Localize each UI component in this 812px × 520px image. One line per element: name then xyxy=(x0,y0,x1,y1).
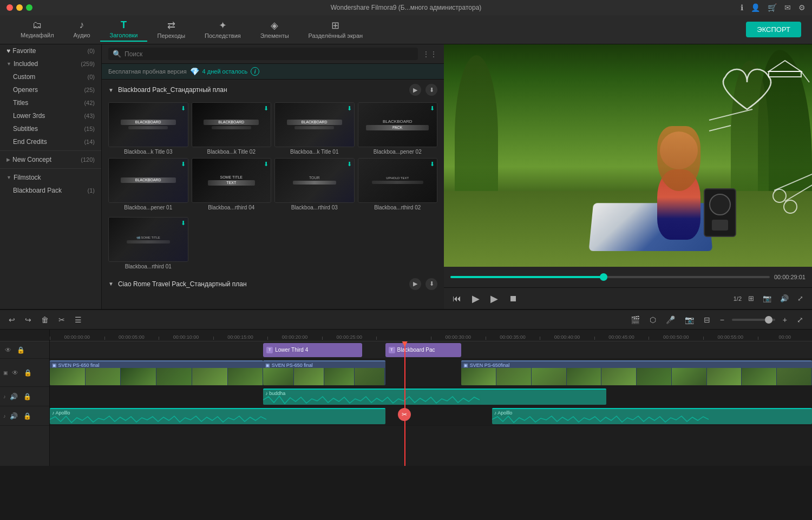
full-screen-button[interactable]: ⊞ xyxy=(746,292,756,305)
thumb-blackboard-lthird03[interactable]: TOUR ⬇ Blackboa...rthird 03 xyxy=(274,158,355,210)
toolbar-media[interactable]: 🗂 Медиафайл xyxy=(11,17,64,42)
promo-days[interactable]: 4 дней осталось xyxy=(202,68,248,75)
scissors-marker[interactable]: ✂ xyxy=(398,408,411,421)
pip-button[interactable]: ⊟ xyxy=(702,314,712,325)
toolbar-effects[interactable]: ✦ Последствия xyxy=(195,17,251,42)
toolbar-split[interactable]: ⊞ Разделённый экран xyxy=(299,17,372,42)
track-audio2-lock-btn[interactable]: 🔒 xyxy=(22,412,33,420)
mic-button[interactable]: 🎤 xyxy=(664,314,677,325)
cut-button[interactable]: ✂ xyxy=(56,314,67,325)
prev-frame-button[interactable]: ⏮ xyxy=(450,292,463,306)
crop-button[interactable]: ⬡ xyxy=(647,314,658,325)
pack-header-blackboard[interactable]: ▼ Blackboard Pack_Стандартный план ▶ ⬇ xyxy=(102,80,444,100)
settings-icon[interactable]: ⚙ xyxy=(798,3,806,12)
delete-button[interactable]: 🗑 xyxy=(39,314,51,325)
minimize-button[interactable] xyxy=(16,4,23,11)
thumb-blackboard-lthird01[interactable]: 📹 SOME TITLE ⬇ Blackboa...rthird 01 xyxy=(108,217,188,269)
audio-clip-apolllo-1[interactable]: ♪ Apolllo xyxy=(50,408,385,424)
thumb-inner-4: BLACKBOARD PACK xyxy=(358,103,437,147)
pack-header-ciao[interactable]: ▼ Ciao Rome Travel Pack_Стандартный план… xyxy=(102,274,444,294)
motion-button[interactable]: 🎬 xyxy=(628,314,642,325)
pack-play-button[interactable]: ▶ xyxy=(409,84,421,96)
list-button[interactable]: ☰ xyxy=(73,314,84,325)
sidebar-openers-count: (25) xyxy=(84,87,95,93)
toolbar-transitions[interactable]: ⇄ Переходы xyxy=(147,17,195,42)
close-button[interactable] xyxy=(6,4,13,11)
toolbar-audio[interactable]: ♪ Аудио xyxy=(64,17,100,42)
sidebar-item-filmstock[interactable]: ▼ Filmstock xyxy=(0,171,101,184)
promo-help-icon[interactable]: i xyxy=(251,67,259,76)
snapshot-button[interactable]: 📷 xyxy=(761,292,774,305)
preview-playhead[interactable] xyxy=(600,273,607,281)
maximize-button[interactable] xyxy=(26,4,32,11)
sidebar-item-blackboard[interactable]: Blackboard Pack (1) xyxy=(0,184,101,197)
thumb-blackboard-opener01[interactable]: BLACKBOARDPACK ⬇ Blackboa...pener 01 xyxy=(108,158,188,210)
sidebar-item-favorite[interactable]: ♥ Favorite (0) xyxy=(0,44,101,57)
track-video-lock-btn[interactable]: 🔒 xyxy=(22,368,34,377)
thumb-inner-8: UPHOLD TEXT xyxy=(358,159,437,202)
redo-button[interactable]: ↪ xyxy=(23,314,34,325)
toolbar-titles[interactable]: T Заголовки xyxy=(100,17,148,42)
track-lock-btn[interactable]: 🔒 xyxy=(15,346,27,354)
search-input[interactable] xyxy=(125,50,414,58)
preview-scale: 1/2 xyxy=(734,295,742,302)
preview-progress-bar[interactable] xyxy=(450,276,770,278)
thumb-bg-text-9: 📹 SOME TITLE xyxy=(136,235,160,239)
video-clip-3[interactable]: ▣ SVEN PS-650final xyxy=(461,360,812,385)
sidebar-item-openers[interactable]: Openers (25) xyxy=(0,83,101,96)
audio-clip-apolllo-2[interactable]: ♪ Apolllo xyxy=(492,408,812,424)
stop-button[interactable]: ⏹ xyxy=(507,292,520,306)
content-scroll[interactable]: ▼ Blackboard Pack_Стандартный план ▶ ⬇ B… xyxy=(102,80,444,309)
cart-icon[interactable]: 🛒 xyxy=(768,3,777,12)
pack-blackboard-title: Blackboard Pack_Стандартный план xyxy=(118,86,405,94)
pack-download-button[interactable]: ⬇ xyxy=(425,84,437,96)
pack-ciao-download-button[interactable]: ⬇ xyxy=(425,278,437,290)
pack-ciao-play-button[interactable]: ▶ xyxy=(409,278,421,290)
grid-options-icon[interactable]: ⋮⋮ xyxy=(422,50,437,58)
title-clip-lowerthird[interactable]: T Lower Third 4 xyxy=(263,343,362,357)
ruler-mark-9: 00:00:40:00 xyxy=(540,334,594,340)
track-video-visibility-btn[interactable]: 👁 xyxy=(10,368,20,377)
thumb-download-icon-1: ⬇ xyxy=(181,105,186,112)
play-pause-button[interactable]: ▶ xyxy=(470,291,482,307)
info-icon[interactable]: ℹ xyxy=(741,3,743,12)
zoom-handle[interactable] xyxy=(765,316,772,324)
zoom-in-button[interactable]: + xyxy=(781,314,789,325)
window-controls[interactable] xyxy=(6,4,32,11)
mail-icon[interactable]: ✉ xyxy=(784,3,791,12)
track-visibility-btn[interactable]: 👁 xyxy=(3,346,13,354)
expand-button[interactable]: ⤢ xyxy=(795,292,806,305)
thumb-blackboard-title03[interactable]: BLACKBOARDPACK ⬇ Blackboa...k Title 03 xyxy=(108,102,188,155)
sidebar-item-endcredits[interactable]: End Credits (14) xyxy=(0,135,101,148)
playhead[interactable] xyxy=(404,341,405,466)
thumb-blackboard-lthird04[interactable]: SOME TITLE TEXT ⬇ Blackboa...rthird 04 xyxy=(192,158,272,210)
undo-button[interactable]: ↩ xyxy=(6,314,17,325)
sidebar-item-included[interactable]: ▼ Included (259) xyxy=(0,57,101,70)
play-full-button[interactable]: ▶ xyxy=(488,291,500,307)
sidebar-item-custom[interactable]: Custom (0) xyxy=(0,70,101,83)
snapshot2-button[interactable]: 📷 xyxy=(683,314,696,325)
toolbar-elements[interactable]: ◈ Элементы xyxy=(251,17,299,42)
audio-button[interactable]: 🔊 xyxy=(778,292,791,305)
video-clip-2[interactable]: ▣ SVEN PS-650 final xyxy=(263,360,385,385)
thumb-blackboard-lthird02[interactable]: UPHOLD TEXT ⬇ Blackboa...rthird 02 xyxy=(358,158,438,210)
track-audio1-lock-btn[interactable]: 🔒 xyxy=(22,392,33,401)
track-audio2-volume-btn[interactable]: 🔊 xyxy=(8,412,19,420)
zoom-out-button[interactable]: − xyxy=(718,314,726,325)
thumb-blackboard-title02[interactable]: BLACKBOARDPACK ⬇ Blackboa...k Title 02 xyxy=(192,102,272,155)
thumb-blackboard-opener02[interactable]: BLACKBOARD PACK ⬇ Blackboa...pener 02 xyxy=(358,102,438,155)
account-icon[interactable]: 👤 xyxy=(751,3,760,12)
fit-button[interactable]: ⤢ xyxy=(795,314,806,325)
sidebar-item-titles[interactable]: Titles (42) xyxy=(0,96,101,109)
thumb-blackboard-title01[interactable]: BLACKBOARDPACK ⬇ Blackboa...k Title 01 xyxy=(274,102,355,155)
sidebar-item-subtitles[interactable]: Subtitles (15) xyxy=(0,122,101,135)
search-box[interactable]: 🔍 xyxy=(108,48,418,60)
sidebar-item-lower3rds[interactable]: Lower 3rds (43) xyxy=(0,109,101,122)
export-button[interactable]: ЭКСПОРТ xyxy=(746,22,801,37)
video-clip-1[interactable]: ▣ SVEN PS-650 final xyxy=(50,360,263,385)
sidebar-item-newconcept[interactable]: ▶ New Concept (120) xyxy=(0,153,101,166)
track-audio1-volume-btn[interactable]: 🔊 xyxy=(8,392,19,401)
audio-clip-buddha[interactable]: ♪ buddha xyxy=(263,389,606,405)
zoom-slider[interactable] xyxy=(732,319,775,321)
title-clip-blackboard[interactable]: T Blackboard Pac xyxy=(385,343,462,357)
